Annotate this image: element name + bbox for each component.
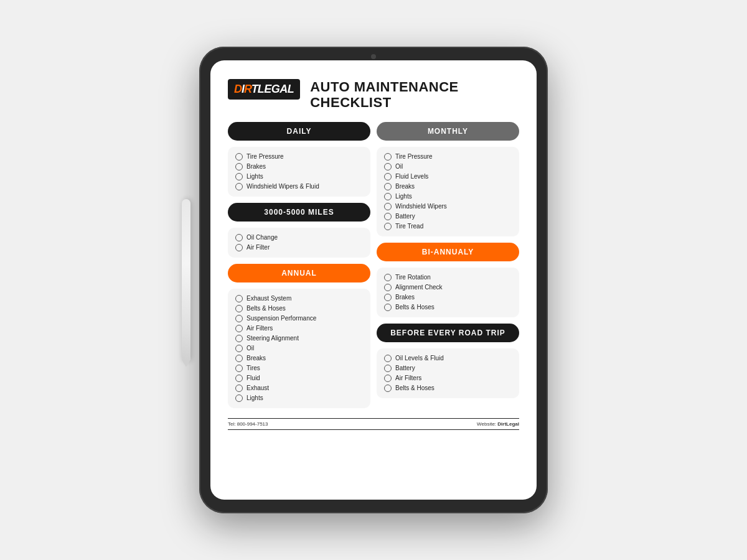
miles-header: 3000-5000 MILES: [228, 203, 370, 222]
checkbox[interactable]: [235, 153, 243, 161]
stylus-pencil: [182, 199, 190, 361]
list-item: Tire Pressure: [235, 153, 363, 161]
list-item: Belts & Hoses: [384, 385, 512, 392]
right-column: MONTHLY Tire Pressure Oil Fluid Levels B…: [377, 122, 519, 408]
checkbox[interactable]: [235, 325, 243, 332]
biannual-checklist: Tire Rotation Alignment Check Brakes Bel…: [377, 268, 519, 317]
annual-checklist: Exhaust System Belts & Hoses Suspension …: [228, 289, 370, 408]
checkbox[interactable]: [384, 385, 392, 392]
checkbox[interactable]: [384, 163, 392, 170]
title-line1: AUTO MAINTENANCE: [310, 79, 459, 95]
biannual-header: BI-ANNUALY: [377, 243, 519, 261]
checkbox[interactable]: [384, 274, 392, 281]
checkbox[interactable]: [384, 153, 392, 161]
checkbox[interactable]: [384, 304, 392, 311]
checkbox[interactable]: [384, 213, 392, 220]
list-item: Battery: [384, 365, 512, 372]
checkbox[interactable]: [235, 234, 243, 241]
checkbox[interactable]: [384, 223, 392, 230]
list-item: Fluid: [235, 375, 363, 382]
document-footer: Tel: 800-994-7513 Website: DirtLegal: [228, 418, 519, 430]
list-item: Exhaust: [235, 385, 363, 392]
checkbox[interactable]: [384, 203, 392, 210]
list-item: Breaks: [384, 183, 512, 190]
list-item: Air Filters: [384, 375, 512, 382]
footer-website-link[interactable]: DirtLegal: [497, 421, 519, 427]
roadtrip-header: BEFORE EVERY ROAD TRIP: [377, 324, 519, 342]
checkbox[interactable]: [235, 244, 243, 251]
list-item: Belts & Hoses: [235, 305, 363, 312]
checkbox[interactable]: [384, 355, 392, 362]
list-item: Lights: [235, 173, 363, 180]
daily-checklist: Tire Pressure Brakes Lights Windshield W…: [228, 147, 370, 197]
list-item: Lights: [384, 193, 512, 200]
checkbox[interactable]: [384, 375, 392, 382]
checkbox[interactable]: [235, 173, 243, 180]
list-item: Suspension Performance: [235, 315, 363, 322]
list-item: Tire Rotation: [384, 274, 512, 281]
list-item: Windshield Wipers & Fluid: [235, 183, 363, 190]
list-item: Battery: [384, 213, 512, 220]
annual-header: ANNUAL: [228, 264, 370, 282]
list-item: Breaks: [235, 355, 363, 362]
checkbox[interactable]: [235, 315, 243, 322]
list-item: Oil: [384, 163, 512, 170]
list-item: Windshield Wipers: [384, 203, 512, 210]
checkbox[interactable]: [384, 294, 392, 301]
list-item: Tire Pressure: [384, 153, 512, 161]
checkbox[interactable]: [235, 355, 243, 362]
checkbox[interactable]: [384, 365, 392, 372]
checkbox[interactable]: [235, 345, 243, 352]
list-item: Lights: [235, 394, 363, 402]
checkbox[interactable]: [235, 295, 243, 302]
logo: DIRT LEGAL: [228, 79, 300, 100]
list-item: Air Filter: [235, 244, 363, 251]
list-item: Steering Alignment: [235, 335, 363, 342]
list-item: Oil Change: [235, 234, 363, 241]
daily-header: DAILY: [228, 122, 370, 141]
checkbox[interactable]: [235, 365, 243, 372]
checkbox[interactable]: [235, 163, 243, 170]
checkbox[interactable]: [235, 385, 243, 392]
checkbox[interactable]: [235, 305, 243, 312]
list-item: Alignment Check: [384, 284, 512, 291]
list-item: Exhaust System: [235, 295, 363, 302]
checkbox[interactable]: [235, 183, 243, 190]
list-item: Oil Levels & Fluid: [384, 355, 512, 362]
list-item: Tire Tread: [384, 223, 512, 230]
logo-dirt: DIRT: [234, 83, 258, 96]
list-item: Belts & Hoses: [384, 304, 512, 311]
checkbox[interactable]: [235, 375, 243, 382]
roadtrip-checklist: Oil Levels & Fluid Battery Air Filters B…: [377, 348, 519, 398]
list-item: Fluid Levels: [384, 173, 512, 180]
left-column: DAILY Tire Pressure Brakes Lights Windsh…: [228, 122, 370, 408]
tablet-screen: DIRT LEGAL AUTO MAINTENANCE CHECKLIST DA…: [210, 60, 537, 500]
logo-legal-text: LEGAL: [258, 83, 294, 96]
list-item: Brakes: [235, 163, 363, 170]
list-item: Oil: [235, 345, 363, 352]
checkbox[interactable]: [384, 284, 392, 291]
checkbox[interactable]: [384, 173, 392, 180]
footer-website: Website: DirtLegal: [477, 421, 519, 427]
list-item: Tires: [235, 365, 363, 372]
footer-tel: Tel: 800-994-7513: [228, 421, 268, 427]
checklist-columns: DAILY Tire Pressure Brakes Lights Windsh…: [228, 122, 519, 408]
checkbox[interactable]: [235, 335, 243, 342]
checkbox[interactable]: [384, 193, 392, 200]
monthly-header: MONTHLY: [377, 122, 519, 141]
logo-dirt-text: D: [234, 83, 242, 95]
checkbox[interactable]: [384, 183, 392, 190]
title-line2: CHECKLIST: [310, 95, 391, 110]
list-item: Air Filters: [235, 325, 363, 332]
tablet-shell: DIRT LEGAL AUTO MAINTENANCE CHECKLIST DA…: [199, 47, 548, 513]
checkbox[interactable]: [235, 394, 243, 402]
main-title: AUTO MAINTENANCE CHECKLIST: [310, 79, 459, 111]
list-item: Brakes: [384, 294, 512, 301]
document-header: DIRT LEGAL AUTO MAINTENANCE CHECKLIST: [228, 79, 519, 111]
miles-checklist: Oil Change Air Filter: [228, 228, 370, 258]
monthly-checklist: Tire Pressure Oil Fluid Levels Breaks Li…: [377, 147, 519, 236]
